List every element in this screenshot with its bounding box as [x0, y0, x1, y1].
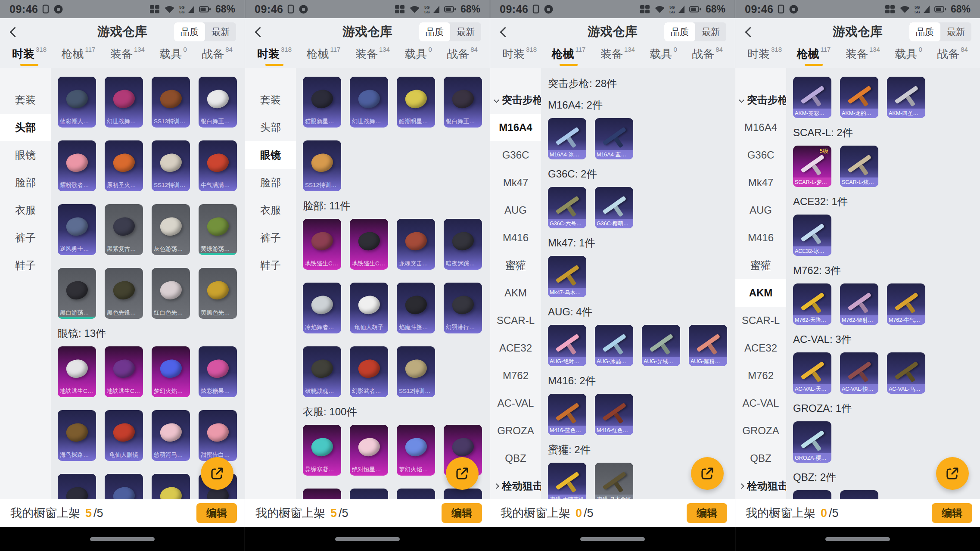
sidebar-item[interactable]: 套装	[0, 86, 51, 114]
item-card[interactable]: 灰色游荡者无…	[152, 204, 190, 255]
item-card[interactable]: 幻羽潜行面罩	[444, 283, 482, 333]
item-card[interactable]: 幻世战舞者眼…	[350, 77, 388, 128]
tab-supplies[interactable]: 战备84	[937, 47, 968, 62]
item-card[interactable]: SS12特训帽子	[152, 140, 190, 191]
sort-quality-button[interactable]: 品质	[909, 22, 940, 41]
edit-button[interactable]: 编辑	[196, 503, 237, 523]
item-card[interactable]: SS36特训套装	[397, 489, 435, 499]
item-card[interactable]: 异缘寒凝角色	[303, 425, 341, 476]
tab-supplies[interactable]: 战备84	[202, 47, 233, 62]
sidebar-item[interactable]: 脸部	[0, 169, 51, 196]
item-card[interactable]: AKM-龙的传人	[840, 77, 878, 118]
item-card[interactable]: 青翼流星套装	[350, 489, 388, 499]
sidebar-group-header[interactable]: 突击步枪	[490, 86, 541, 114]
sidebar-group-header[interactable]: 栓动狙击	[490, 472, 541, 499]
sidebar-item[interactable]: 鞋子	[245, 252, 296, 279]
item-card[interactable]: 破晓战魂面罩	[303, 346, 341, 397]
share-fab[interactable]	[446, 457, 479, 490]
item-card[interactable]: 梦幻火焰眼镜	[152, 346, 190, 397]
item-card[interactable]: 红白色先锋棒…	[152, 268, 190, 319]
sort-latest-button[interactable]: 最新	[695, 22, 726, 41]
sidebar-item[interactable]: G36C	[735, 141, 786, 169]
sidebar-item[interactable]: M416	[735, 224, 786, 252]
item-card[interactable]: 耀银新星墨镜	[58, 474, 96, 499]
sidebar-item[interactable]: G36C	[490, 141, 541, 169]
item-card[interactable]: 憨萌河马眼镜	[152, 410, 190, 461]
item-card[interactable]: GROZA-樱萌…	[793, 421, 831, 463]
item-card[interactable]: 耀粉歌者发饰	[58, 140, 96, 191]
item-card[interactable]: SS12特训围巾	[397, 346, 435, 397]
tab-gear[interactable]: 装备134	[355, 47, 390, 62]
item-card[interactable]: ACE32-冰晶…	[793, 215, 831, 256]
tab-vehicles[interactable]: 载具0	[650, 47, 677, 62]
sidebar-item[interactable]: 鞋子	[0, 252, 51, 279]
item-card[interactable]: M762-天降萌…	[793, 283, 831, 325]
sidebar-item[interactable]: M416	[490, 224, 541, 252]
edit-button[interactable]: 编辑	[932, 503, 972, 523]
tab-fashion[interactable]: 时装318	[502, 47, 537, 62]
item-card[interactable]: AUG-耀粉歌者	[689, 325, 727, 366]
home-indicator[interactable]	[825, 537, 890, 541]
item-card[interactable]: SS13特训发饰	[152, 77, 190, 128]
sidebar-item[interactable]: 衣服	[245, 196, 296, 224]
item-card[interactable]: 蓝彩潮人帽子	[58, 77, 96, 128]
item-card[interactable]: 绝对恒星角色	[350, 425, 388, 476]
sidebar-item[interactable]: AKM	[735, 279, 786, 307]
sidebar-item[interactable]: M16A4	[490, 114, 541, 141]
sidebar-item[interactable]: 套装	[245, 86, 296, 114]
sidebar-item[interactable]: 眼镜	[245, 141, 296, 169]
item-card[interactable]: 龟仙人眼镜	[105, 410, 143, 461]
sidebar-item[interactable]: SCAR-L	[735, 307, 786, 334]
tab-fashion[interactable]: 时装318	[257, 47, 292, 66]
item-card[interactable]: 猫眼新星墨镜	[303, 77, 341, 128]
item-card[interactable]: QBZ-原初圣火	[840, 490, 878, 499]
tab-fashion[interactable]: 时装318	[747, 47, 782, 62]
item-card[interactable]: 黑色先锋棒球…	[105, 268, 143, 319]
sidebar-item[interactable]: ACE32	[735, 334, 786, 362]
share-fab[interactable]	[936, 457, 969, 490]
tab-gear[interactable]: 装备134	[846, 47, 880, 62]
item-card[interactable]: AKM-霓彩脉冲	[793, 77, 831, 118]
sidebar-item[interactable]: AC-VAL	[490, 389, 541, 417]
item-card[interactable]: 银白舞王眼镜	[444, 77, 482, 128]
sidebar-item[interactable]: 眼镜	[0, 141, 51, 169]
item-card[interactable]: 地铁逃生CH…	[58, 346, 96, 397]
item-card[interactable]: 焰魔斗篷面罩	[397, 283, 435, 333]
item-card[interactable]: Mk47-乌木金…	[548, 256, 586, 297]
edit-button[interactable]: 编辑	[687, 503, 727, 523]
sidebar-item[interactable]: 裤子	[0, 224, 51, 252]
item-card[interactable]: 酷潮明星眼镜	[152, 474, 190, 499]
tab-weapons[interactable]: 枪械117	[797, 47, 831, 66]
sidebar-item[interactable]: AUG	[490, 196, 541, 224]
item-card[interactable]: G36C-樱萌河…	[595, 187, 633, 228]
sidebar-item[interactable]: GROZA	[735, 417, 786, 445]
sidebar-group-header[interactable]: 栓动狙击	[735, 472, 786, 499]
sidebar-item[interactable]: M16A4	[735, 114, 786, 141]
item-card[interactable]: AKM-四圣焕新	[887, 77, 925, 118]
item-card[interactable]: 海鸟探路者墨…	[58, 410, 96, 461]
sidebar-item[interactable]: 脸部	[245, 169, 296, 196]
item-card[interactable]: 黑紫复古棒球…	[105, 204, 143, 255]
tab-weapons[interactable]: 枪械117	[307, 47, 341, 62]
sidebar-item[interactable]: QBZ	[735, 445, 786, 472]
tab-fashion[interactable]: 时装318	[12, 47, 47, 66]
sidebar-item[interactable]: AC-VAL	[735, 389, 786, 417]
item-card[interactable]: 幻影武者面罩	[350, 346, 388, 397]
item-card[interactable]: 黄绿游荡者无…	[199, 204, 237, 255]
item-card[interactable]: 龟仙人胡子	[350, 283, 388, 333]
item-card[interactable]: 甜蜜告白眼镜	[199, 410, 237, 461]
tab-weapons[interactable]: 枪械117	[62, 47, 96, 62]
sidebar-item[interactable]: ACE32	[490, 334, 541, 362]
sidebar-item[interactable]: Mk47	[490, 169, 541, 196]
item-card[interactable]: AC-VAL-天降…	[793, 352, 831, 394]
item-card[interactable]: M16A4-蓝色…	[595, 118, 633, 159]
sort-quality-button[interactable]: 品质	[419, 22, 450, 41]
item-card[interactable]: 炫彩糖果眼罩	[199, 346, 237, 397]
sidebar-item[interactable]: Mk47	[735, 169, 786, 196]
tab-weapons[interactable]: 枪械117	[552, 47, 586, 66]
item-card[interactable]: AUG-冰晶雪宝	[595, 325, 633, 366]
item-card[interactable]: 地铁逃生CH…	[350, 219, 388, 270]
item-card[interactable]: SS12特训眼镜	[303, 140, 341, 191]
tab-supplies[interactable]: 战备84	[447, 47, 478, 62]
item-card[interactable]: M416-红色方…	[595, 394, 633, 435]
